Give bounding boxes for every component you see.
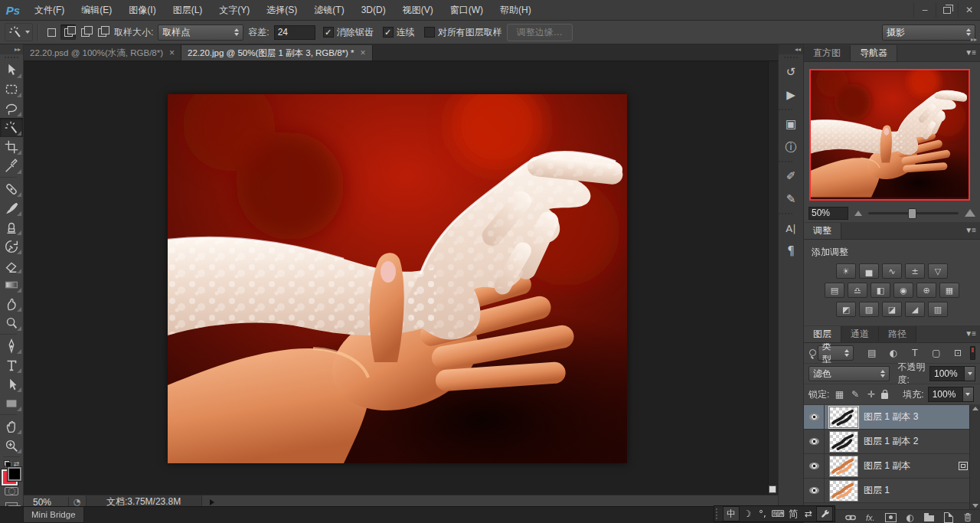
history-panel-icon[interactable]: ↺	[779, 60, 803, 83]
zoom-out-icon[interactable]	[854, 211, 862, 216]
adjustment-layer-filter-icon[interactable]: ◐	[885, 346, 902, 360]
quick-mask-button[interactable]	[5, 487, 18, 495]
lock-position-icon[interactable]: ✛	[865, 389, 877, 400]
eye-icon[interactable]	[809, 438, 819, 445]
ime-punct-toggle[interactable]: °,	[755, 507, 770, 521]
gradient-tool[interactable]	[0, 275, 23, 294]
eye-icon[interactable]	[809, 463, 819, 469]
filter-kind-select[interactable]: 类型	[818, 345, 854, 361]
visibility-cell[interactable]	[804, 454, 825, 478]
ime-keyboard-icon[interactable]: ⌨	[770, 507, 786, 521]
menu-item-3[interactable]: 图层(L)	[165, 0, 211, 20]
eye-icon[interactable]	[809, 487, 819, 494]
document-image[interactable]	[168, 94, 627, 463]
selective-color-icon[interactable]: ▥	[928, 302, 948, 317]
layer-row-1[interactable]: 图层 1 副本 2	[804, 430, 980, 454]
history-brush-tool[interactable]	[0, 237, 23, 256]
new-adjustment-layer-icon[interactable]: ◐	[906, 512, 914, 523]
pixel-layer-filter-icon[interactable]: ▤	[864, 346, 880, 360]
pen-tool[interactable]	[0, 336, 23, 355]
tab-nav-0[interactable]: 直方图	[804, 45, 851, 61]
slider-thumb[interactable]	[908, 208, 916, 219]
smart-object-filter-icon[interactable]: ⊡	[949, 346, 966, 360]
layer-row-3[interactable]: 图层 1	[804, 479, 980, 503]
panel-menu-icon[interactable]: ▼≡	[965, 226, 975, 234]
move-tool[interactable]	[0, 60, 23, 80]
canvas-resize-corner[interactable]	[769, 485, 776, 493]
panel-menu-icon[interactable]: ▼≡	[965, 329, 975, 338]
zoom-in-icon[interactable]	[965, 209, 975, 217]
exposure-icon[interactable]: ±	[905, 263, 925, 279]
menu-item-0[interactable]: 文件(F)	[26, 0, 73, 20]
delete-layer-icon[interactable]	[963, 512, 972, 522]
menu-item-6[interactable]: 滤镜(T)	[305, 0, 352, 20]
layer-thumbnail[interactable]	[829, 431, 858, 453]
opacity-input[interactable]: 100%	[929, 366, 975, 381]
blend-mode-select[interactable]: 滤色	[808, 366, 890, 381]
info-panel-icon[interactable]: ⓘ	[779, 136, 803, 159]
paragraph-panel-icon[interactable]: ¶	[779, 240, 803, 263]
visibility-cell[interactable]	[804, 430, 825, 453]
background-color-swatch[interactable]	[8, 467, 21, 481]
dock-collapse-button[interactable]: ◂◂	[779, 44, 803, 54]
lock-paint-icon[interactable]: ✎	[849, 389, 861, 400]
menu-item-4[interactable]: 文字(Y)	[211, 0, 258, 20]
minimize-button[interactable]: –	[913, 2, 936, 18]
layer-thumbnail[interactable]	[829, 456, 858, 477]
shape-tool[interactable]	[0, 394, 23, 413]
magic-wand-tool[interactable]	[0, 118, 23, 137]
panel-menu-icon[interactable]: ▼≡	[965, 48, 975, 57]
color-lookup-icon[interactable]: ▦	[939, 283, 959, 298]
clone-stamp-tool[interactable]	[0, 217, 23, 237]
layer-row-0[interactable]: 图层 1 副本 3	[804, 405, 980, 430]
mini-bridge-tab[interactable]: Mini Bridge	[23, 507, 84, 523]
tab-nav-1[interactable]: 导航器	[851, 45, 897, 61]
eraser-tool[interactable]	[0, 256, 23, 275]
tab-layers-2[interactable]: 路径	[879, 326, 916, 342]
ime-shape-toggle-icon[interactable]: ☽	[740, 507, 755, 521]
shape-layer-filter-icon[interactable]: ▢	[928, 346, 945, 360]
restore-button[interactable]	[936, 2, 958, 18]
gradient-map-icon[interactable]: ◢	[905, 302, 925, 317]
dock-grip[interactable]	[784, 57, 798, 58]
navigator-zoom-slider[interactable]	[868, 212, 959, 214]
visibility-cell[interactable]	[804, 479, 825, 502]
menu-item-10[interactable]: 帮助(H)	[492, 0, 540, 20]
navigator-proxy-view[interactable]	[809, 69, 970, 201]
new-layer-icon[interactable]	[944, 512, 953, 523]
eyedropper-tool[interactable]	[0, 156, 23, 175]
hand-tool[interactable]	[0, 417, 23, 436]
tab-close-icon[interactable]: ×	[169, 47, 175, 58]
new-selection-button[interactable]	[44, 25, 59, 40]
channel-mixer-icon[interactable]: ⊕	[916, 283, 936, 298]
invert-icon[interactable]: ◩	[836, 302, 856, 317]
actions-panel-icon[interactable]: ▶	[779, 83, 803, 106]
marquee-tool[interactable]	[0, 80, 23, 99]
fill-input[interactable]: 100%	[928, 387, 974, 402]
refine-edge-button[interactable]: 调整边缘…	[507, 24, 573, 41]
filter-toggle-switch[interactable]	[970, 346, 975, 360]
brightness-contrast-icon[interactable]: ☀	[836, 263, 856, 279]
ime-charset-toggle[interactable]: 简	[786, 507, 801, 521]
tab-close-icon[interactable]: ×	[361, 47, 366, 58]
brush-tool[interactable]	[0, 198, 23, 217]
menu-item-7[interactable]: 3D(D)	[353, 0, 394, 20]
sample-size-select[interactable]: 取样点	[158, 25, 243, 41]
type-layer-filter-icon[interactable]: T	[906, 346, 923, 360]
canvas[interactable]	[24, 61, 778, 495]
opacity-dropdown-button[interactable]	[964, 367, 975, 381]
type-tool[interactable]	[0, 355, 23, 374]
healing-brush-tool[interactable]	[0, 179, 23, 198]
ime-switch-icon[interactable]: ⇄	[801, 507, 816, 521]
ime-lang-toggle[interactable]: 中	[723, 506, 740, 521]
visibility-cell[interactable]	[804, 405, 825, 429]
tab-layers-1[interactable]: 通道	[841, 326, 879, 342]
close-button[interactable]: ✕	[958, 2, 980, 18]
menu-item-8[interactable]: 视图(V)	[394, 0, 442, 20]
brush-presets-panel-icon[interactable]: ✎	[779, 188, 803, 211]
posterize-icon[interactable]: ▨	[859, 302, 879, 317]
status-more-button[interactable]	[210, 499, 214, 505]
lock-transparency-icon[interactable]: ▦	[833, 389, 845, 400]
zoom-tool[interactable]	[0, 436, 23, 455]
workspace-select[interactable]: 摄影	[882, 25, 975, 41]
